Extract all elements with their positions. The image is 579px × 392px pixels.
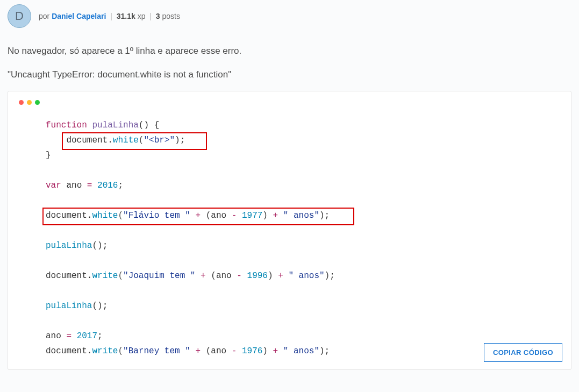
xp-label: xp: [138, 12, 146, 20]
author-link[interactable]: Daniel Capelari: [52, 12, 106, 20]
post-body: No navegador, só aparece a 1º linha e ap…: [8, 44, 571, 81]
body-paragraph: No navegador, só aparece a 1º linha e ap…: [8, 44, 571, 58]
meta-separator: |: [110, 12, 112, 20]
posts-count: 3: [156, 12, 160, 20]
copy-code-button[interactable]: COPIAR CÓDIGO: [484, 343, 562, 362]
dot-close-icon: [19, 100, 24, 105]
code-content: function pulaLinha() { document.white("<…: [19, 118, 560, 359]
xp-value: 31.1k: [117, 12, 135, 20]
dot-maximize-icon: [35, 100, 40, 105]
code-block: function pulaLinha() { document.white("<…: [8, 91, 571, 370]
avatar-initial: D: [15, 9, 24, 23]
by-label: por: [39, 12, 49, 20]
post-header: D por Daniel Capelari | 31.1k xp | 3 pos…: [8, 4, 571, 28]
body-error-quote: "Uncaught TypeError: document.white is n…: [8, 68, 571, 82]
dot-minimize-icon: [27, 100, 32, 105]
meta-separator: |: [149, 12, 152, 20]
window-dots: [19, 100, 560, 105]
posts-label: posts: [162, 12, 180, 20]
avatar[interactable]: D: [8, 4, 31, 28]
post-meta: por Daniel Capelari | 31.1k xp | 3 posts: [39, 12, 180, 20]
